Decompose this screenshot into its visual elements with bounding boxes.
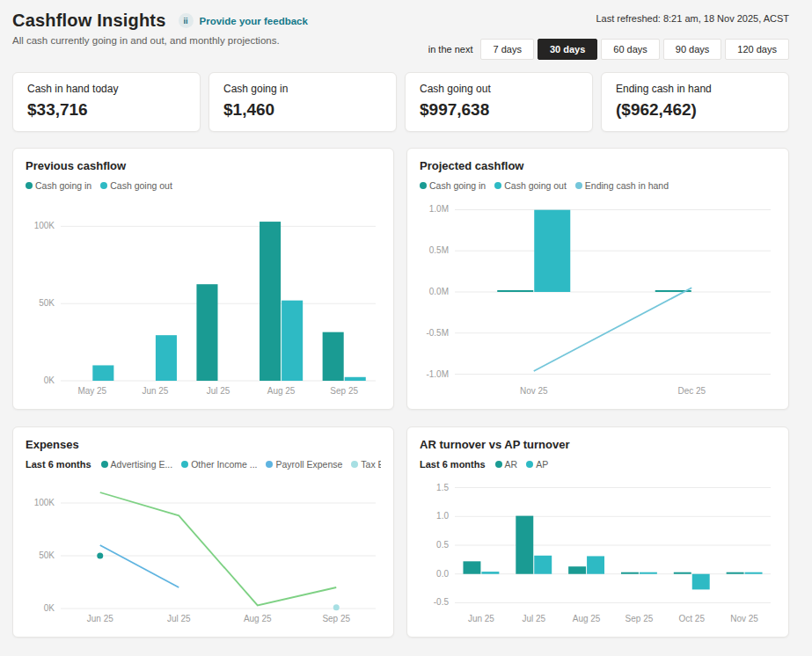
feedback-link-group[interactable]: ii Provide your feedback bbox=[179, 13, 308, 28]
chart-title-projected-cashflow: Projected cashflow bbox=[420, 159, 776, 172]
page-title: Cashflow Insights bbox=[12, 11, 166, 31]
svg-text:Aug 25: Aug 25 bbox=[244, 614, 272, 623]
svg-text:May 25: May 25 bbox=[77, 386, 106, 396]
legend-dot-icon bbox=[266, 461, 273, 468]
ar-ap-turnover-chart[interactable]: -0.50.00.51.01.5Jun 25Jul 25Aug 25Sep 25… bbox=[420, 475, 778, 626]
kpi-label: Cash going out bbox=[420, 83, 578, 95]
chart-card-expenses: Expenses Last 6 monthsAdvertising E...Ot… bbox=[12, 426, 394, 638]
svg-text:Jul 25: Jul 25 bbox=[522, 614, 545, 623]
legend-dot-icon bbox=[101, 461, 108, 468]
legend-label: Payroll Expense bbox=[275, 459, 342, 470]
svg-text:0K: 0K bbox=[44, 603, 55, 613]
svg-text:0K: 0K bbox=[44, 375, 55, 385]
legend-item-advertising-e-[interactable]: Advertising E... bbox=[101, 459, 173, 470]
legend-label: Cash going out bbox=[110, 180, 172, 191]
svg-text:Sep 25: Sep 25 bbox=[625, 614, 654, 623]
projected-cashflow-chart[interactable]: -1.0M-0.5M0.0M0.5M1.0MNov 25Dec 25 bbox=[420, 196, 778, 398]
svg-text:-1.0M: -1.0M bbox=[426, 369, 449, 379]
svg-text:Sep 25: Sep 25 bbox=[330, 386, 358, 396]
range-label: in the next bbox=[428, 44, 473, 55]
legend-item-cash-going-out[interactable]: Cash going out bbox=[494, 180, 567, 191]
svg-text:Jul 25: Jul 25 bbox=[207, 386, 230, 396]
legend-item-ap[interactable]: AP bbox=[526, 459, 548, 470]
kpi-value: ($962,462) bbox=[616, 100, 774, 120]
legend-prefix: Last 6 months bbox=[26, 459, 91, 470]
legend-dot-icon bbox=[100, 182, 107, 189]
svg-text:-0.5M: -0.5M bbox=[426, 328, 449, 338]
legend-item-cash-going-in[interactable]: Cash going in bbox=[26, 180, 91, 191]
range-button-120-days[interactable]: 120 days bbox=[725, 39, 789, 60]
feedback-link[interactable]: Provide your feedback bbox=[200, 16, 308, 26]
svg-text:Jun 25: Jun 25 bbox=[142, 386, 168, 396]
legend-dot-icon bbox=[181, 461, 188, 468]
svg-text:0.0: 0.0 bbox=[436, 569, 449, 579]
legend-item-cash-going-out[interactable]: Cash going out bbox=[100, 180, 172, 191]
legend-prefix: Last 6 months bbox=[420, 459, 486, 470]
legend-label: Cash going in bbox=[35, 180, 91, 191]
previous-cashflow-chart[interactable]: 0K50K100KMay 25Jun 25Jul 25Aug 25Sep 25 bbox=[26, 196, 383, 398]
legend-previous-cashflow: Cash going inCash going out bbox=[26, 180, 381, 191]
svg-text:0.0M: 0.0M bbox=[429, 287, 449, 296]
svg-text:Jun 25: Jun 25 bbox=[468, 614, 494, 623]
chart-card-ar-ap-turnover: AR turnover vs AP turnover Last 6 months… bbox=[406, 426, 789, 638]
svg-text:Sep 25: Sep 25 bbox=[322, 614, 350, 623]
svg-text:Nov 25: Nov 25 bbox=[520, 386, 548, 396]
kpi-label: Cash going in bbox=[223, 83, 382, 95]
kpi-label: Cash in hand today bbox=[27, 83, 186, 95]
kpi-label: Ending cash in hand bbox=[616, 83, 774, 95]
legend-item-other-income-[interactable]: Other Income ... bbox=[181, 459, 257, 470]
legend-label: AR bbox=[505, 459, 518, 470]
kpi-card-cash-going-in: Cash going in$1,460 bbox=[208, 72, 397, 132]
svg-text:0.5: 0.5 bbox=[436, 540, 449, 550]
legend-projected-cashflow: Cash going inCash going outEnding cash i… bbox=[420, 180, 776, 191]
range-button-90-days[interactable]: 90 days bbox=[663, 39, 722, 60]
svg-text:Jul 25: Jul 25 bbox=[167, 614, 191, 623]
chart-card-previous-cashflow: Previous cashflow Cash going inCash goin… bbox=[12, 148, 394, 410]
svg-text:0.5M: 0.5M bbox=[429, 245, 449, 255]
legend-dot-icon bbox=[26, 182, 33, 189]
svg-text:-0.5: -0.5 bbox=[434, 598, 450, 608]
legend-ar-ap-turnover: Last 6 monthsARAP bbox=[420, 459, 776, 470]
kpi-value: $1,460 bbox=[223, 100, 382, 120]
last-refreshed: Last refreshed: 8:21 am, 18 Nov 2025, AC… bbox=[428, 13, 789, 24]
expenses-chart[interactable]: 0K50K100KJun 25Jul 25Aug 25Sep 25 bbox=[26, 475, 383, 626]
kpi-card-ending-cash-in-hand: Ending cash in hand($962,462) bbox=[601, 72, 789, 132]
svg-text:1.0: 1.0 bbox=[436, 511, 449, 521]
legend-label: Cash going in bbox=[429, 180, 486, 191]
legend-dot-icon bbox=[351, 461, 358, 468]
legend-dot-icon bbox=[494, 182, 501, 189]
legend-item-payroll-expense[interactable]: Payroll Expense bbox=[266, 459, 342, 470]
legend-item-cash-going-in[interactable]: Cash going in bbox=[420, 180, 486, 191]
page-subtitle: All cash currently going in and out, and… bbox=[12, 35, 308, 46]
legend-dot-icon bbox=[420, 182, 427, 189]
svg-text:100K: 100K bbox=[34, 221, 55, 230]
svg-text:100K: 100K bbox=[34, 498, 55, 507]
legend-dot-icon bbox=[575, 182, 582, 189]
legend-label: Ending cash in hand bbox=[585, 180, 669, 191]
legend-label: Other Income ... bbox=[191, 459, 257, 470]
legend-item-ending-cash-in-hand[interactable]: Ending cash in hand bbox=[575, 180, 669, 191]
legend-label: Tax Expense bbox=[361, 459, 381, 470]
legend-item-tax-expense[interactable]: Tax Expense bbox=[351, 459, 381, 470]
chart-title-expenses: Expenses bbox=[26, 438, 381, 451]
legend-label: AP bbox=[536, 459, 548, 470]
legend-dot-icon bbox=[526, 461, 533, 468]
legend-item-ar[interactable]: AR bbox=[495, 459, 518, 470]
feedback-icon: ii bbox=[179, 13, 194, 28]
chart-title-ar-ap-turnover: AR turnover vs AP turnover bbox=[420, 438, 776, 451]
legend-expenses: Last 6 monthsAdvertising E...Other Incom… bbox=[26, 459, 381, 470]
kpi-card-cash-going-out: Cash going out$997,638 bbox=[405, 72, 593, 132]
range-selector: 7 days30 days60 days90 days120 days bbox=[480, 39, 789, 60]
range-button-30-days[interactable]: 30 days bbox=[538, 39, 597, 60]
chart-title-previous-cashflow: Previous cashflow bbox=[26, 159, 381, 172]
range-button-60-days[interactable]: 60 days bbox=[601, 39, 660, 60]
svg-text:Jun 25: Jun 25 bbox=[87, 614, 113, 623]
chart-card-projected-cashflow: Projected cashflow Cash going inCash goi… bbox=[406, 148, 789, 410]
svg-text:1.5: 1.5 bbox=[436, 483, 449, 492]
range-button-7-days[interactable]: 7 days bbox=[480, 39, 533, 60]
range-row: in the next 7 days30 days60 days90 days1… bbox=[428, 39, 789, 60]
svg-text:1.0M: 1.0M bbox=[429, 205, 449, 215]
svg-text:Dec 25: Dec 25 bbox=[677, 386, 706, 396]
cashflow-insights-page: Cashflow Insights ii Provide your feedba… bbox=[0, 0, 789, 638]
svg-text:Nov 25: Nov 25 bbox=[730, 614, 758, 623]
